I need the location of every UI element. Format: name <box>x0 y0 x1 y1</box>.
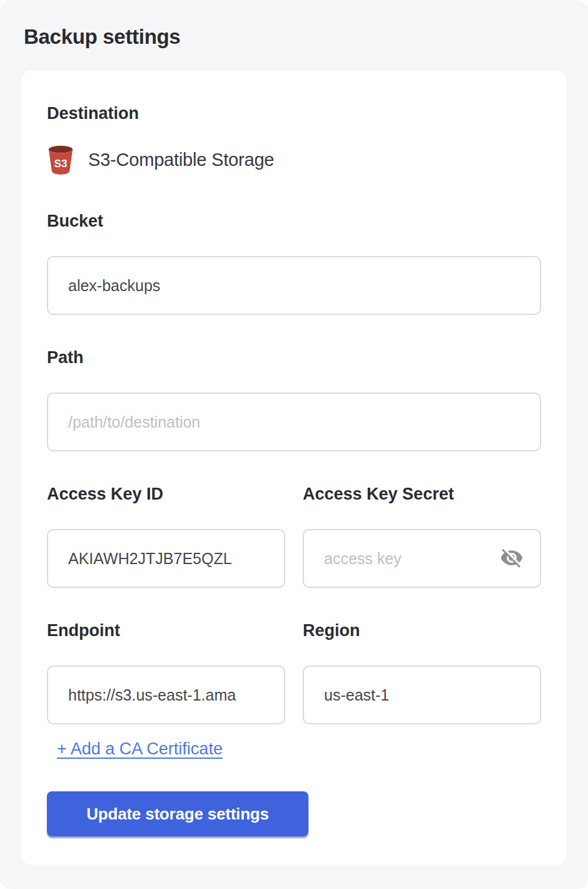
update-storage-settings-button[interactable]: Update storage settings <box>47 791 308 836</box>
bucket-label: Bucket <box>47 212 541 231</box>
region-field: Region <box>303 621 541 724</box>
endpoint-label: Endpoint <box>47 621 285 640</box>
bucket-input[interactable] <box>47 256 541 315</box>
backup-settings-card: Destination S3 S3-Compatible Storage Buc… <box>22 71 566 865</box>
access-key-id-label: Access Key ID <box>47 485 285 504</box>
region-input[interactable] <box>303 665 541 724</box>
toggle-secret-visibility-button[interactable] <box>499 545 525 572</box>
page-title: Backup settings <box>24 25 566 49</box>
access-key-secret-field: Access Key Secret <box>303 485 541 588</box>
backup-settings-page: Backup settings Destination S3 S3-Compat… <box>0 0 588 889</box>
endpoint-region-row: Endpoint Region <box>47 621 541 724</box>
bucket-field: Bucket <box>47 212 541 315</box>
access-key-labels-and-inputs: Access Key ID Access Key Secret <box>47 485 541 588</box>
path-field: Path <box>47 348 541 451</box>
svg-text:S3: S3 <box>54 157 68 170</box>
add-ca-certificate-link[interactable]: + Add a CA Certificate <box>57 739 223 759</box>
destination-label: Destination <box>47 103 541 124</box>
endpoint-input[interactable] <box>47 665 285 724</box>
destination-value: S3-Compatible Storage <box>88 150 274 170</box>
access-key-id-field: Access Key ID <box>47 485 285 588</box>
endpoint-field: Endpoint <box>47 621 285 724</box>
access-key-secret-label: Access Key Secret <box>303 485 541 504</box>
eye-slash-icon <box>500 546 524 572</box>
s3-bucket-icon: S3 <box>47 145 74 175</box>
access-key-id-input[interactable] <box>47 529 285 588</box>
region-label: Region <box>303 621 541 640</box>
destination-row: S3 S3-Compatible Storage <box>47 145 541 175</box>
access-key-secret-input-wrap <box>303 529 541 588</box>
path-label: Path <box>47 348 541 367</box>
path-input[interactable] <box>47 393 541 451</box>
